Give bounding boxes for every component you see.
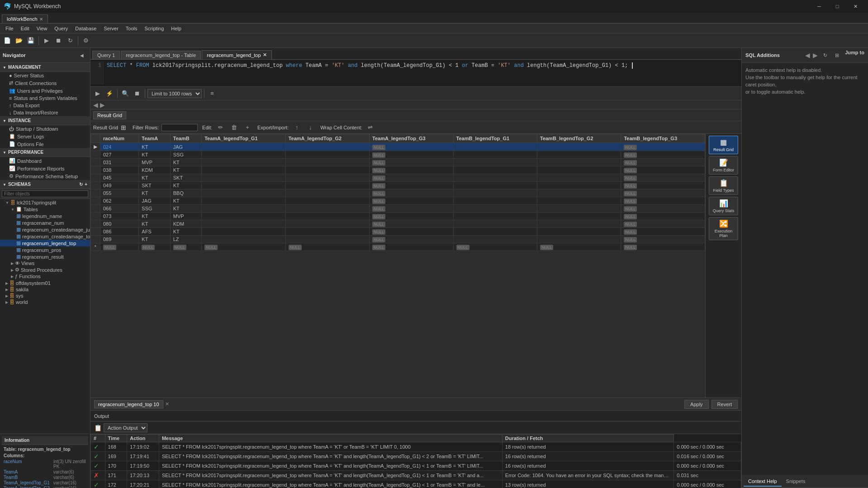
table-row[interactable]: ▶ 024 KT JAG NULL NULL xyxy=(91,143,705,151)
schema-lck2017-row[interactable]: 🗄 lck2017springsplit xyxy=(0,199,90,206)
table-row[interactable]: 045 KT SKT NULL NULL xyxy=(91,174,705,182)
result-grid-panel-btn[interactable]: ▦ Result Grid xyxy=(709,136,738,154)
menu-database[interactable]: Database xyxy=(71,25,100,32)
information-section-header[interactable]: Information xyxy=(2,436,88,445)
settings-button[interactable]: ⚙ xyxy=(81,35,91,46)
format-button[interactable]: ≡ xyxy=(207,88,218,99)
schema-filter-input[interactable] xyxy=(2,190,88,197)
table-row[interactable]: 049 SKT KT NULL NULL xyxy=(91,182,705,190)
sql-additions-refresh-button[interactable]: ↻ xyxy=(820,50,830,61)
menu-view[interactable]: View xyxy=(33,25,51,32)
table-row-createdamage-jug[interactable]: ▦ regracenum_createdamage_jug xyxy=(0,226,90,233)
schema-offdaysystem-row[interactable]: 🗄 offdaysystem01 xyxy=(0,280,90,286)
grid-toggle-icon[interactable]: ⊞ xyxy=(121,124,126,131)
schema-world-row[interactable]: 🗄 world xyxy=(0,299,90,305)
output-row[interactable]: ✓ 172 17:20:21 SELECT * FROM lck2017spri… xyxy=(91,480,741,488)
field-types-panel-btn[interactable]: 📋 Field Types xyxy=(709,176,738,195)
table-row-null[interactable]: * NULL NULL NULL NULL NULL NULL NULL NUL… xyxy=(91,243,705,251)
refresh-button[interactable]: ↻ xyxy=(65,35,76,46)
table-row[interactable]: 062 JAG KT NULL NULL xyxy=(91,197,705,205)
col-header-teamb-g3[interactable]: TeamB_legendTop_G3 xyxy=(621,134,705,143)
col-header-teamb-g1[interactable]: TeamB_legendTop_G1 xyxy=(453,134,537,143)
query-tab-1[interactable]: Query 1 xyxy=(92,51,120,59)
stop-button[interactable]: ⏹ xyxy=(53,35,64,46)
sql-additions-bookmark-button[interactable]: ⊞ xyxy=(831,50,842,61)
performance-section-header[interactable]: PERFORMANCE xyxy=(0,148,90,157)
run-button[interactable]: ▶ xyxy=(41,35,52,46)
maximize-button[interactable]: □ xyxy=(828,0,846,13)
query-tab-3-close-icon[interactable]: ✕ xyxy=(263,52,267,58)
query-tab-3[interactable]: regracenum_legend_top ✕ xyxy=(202,50,271,59)
edit-row-button[interactable]: ✏ xyxy=(215,122,226,133)
sidebar-item-options-file[interactable]: 📄 Options File xyxy=(0,140,90,148)
sidebar-item-dashboard[interactable]: 📊 Dashboard xyxy=(0,157,90,165)
table-row-createdamage-top[interactable]: ▦ regracenum_createdamage_top xyxy=(0,233,90,240)
sidebar-item-users-privileges[interactable]: 👥 Users and Privileges xyxy=(0,87,90,95)
schemas-section-header[interactable]: SCHEMAS ↻ + xyxy=(0,180,90,189)
wrap-button[interactable]: ⇌ xyxy=(365,122,376,133)
management-section-header[interactable]: MANAGEMENT xyxy=(0,63,90,72)
table-row[interactable]: 031 MVP KT NULL NULL xyxy=(91,159,705,166)
explain-button[interactable]: 🔍 xyxy=(120,88,131,99)
instance-section-header[interactable]: INSTANCE xyxy=(0,116,90,125)
table-row[interactable]: 027 KT SSG NULL NULL xyxy=(91,151,705,159)
workbench-tab-main[interactable]: lolWorkBench ✕ xyxy=(2,14,48,23)
context-help-tab[interactable]: Context Help xyxy=(744,477,782,487)
menu-tools[interactable]: Tools xyxy=(122,25,141,32)
tables-category-row[interactable]: 📋 Tables xyxy=(0,206,90,213)
action-output-select[interactable]: Action Output xyxy=(104,423,147,432)
table-row-legend-top[interactable]: ▦ regracenum_legend_top xyxy=(0,240,90,246)
sidebar-item-server-logs[interactable]: 📋 Server Logs xyxy=(0,133,90,140)
menu-scripting[interactable]: Scripting xyxy=(141,25,168,32)
nav-left-button[interactable]: ◀ xyxy=(92,101,99,109)
revert-button[interactable]: Revert xyxy=(711,400,738,409)
col-header-teama-g3[interactable]: TeamA_legendTop_G3 xyxy=(370,134,453,143)
snippets-tab[interactable]: Snippets xyxy=(782,477,810,487)
execute-current-button[interactable]: ⚡ xyxy=(104,88,115,99)
sidebar-item-status-variables[interactable]: ≡ Status and System Variables xyxy=(0,95,90,102)
query-text-area[interactable]: SELECT * FROM lck2017springsplit.regrace… xyxy=(104,62,741,85)
close-button[interactable]: ✕ xyxy=(846,0,864,13)
table-row[interactable]: 055 KT BBQ NULL NULL xyxy=(91,190,705,197)
sidebar-item-data-import[interactable]: ↓ Data Import/Restore xyxy=(0,109,90,116)
schema-refresh-icon[interactable]: ↻ xyxy=(79,182,83,187)
col-header-teamb[interactable]: TeamB xyxy=(170,134,201,143)
col-header-teama-g2[interactable]: TeamA_legendTop_G2 xyxy=(285,134,369,143)
output-row[interactable]: ✓ 169 17:19:41 SELECT * FROM lck2017spri… xyxy=(91,452,741,461)
functions-category-row[interactable]: ƒ Functions xyxy=(0,273,90,280)
stored-procs-category-row[interactable]: ⚙ Stored Procedures xyxy=(0,266,90,273)
col-header-teama-g1[interactable]: TeamA_legendTop_G1 xyxy=(202,134,285,143)
menu-file[interactable]: File xyxy=(2,25,17,32)
table-row[interactable]: 073 KT MVP NULL NULL xyxy=(91,213,705,220)
output-row[interactable]: ✓ 168 17:19:02 SELECT * FROM lck2017spri… xyxy=(91,442,741,452)
menu-server[interactable]: Server xyxy=(100,25,122,32)
query-stats-panel-btn[interactable]: 📊 Query Stats xyxy=(709,197,738,215)
schema-sakila-row[interactable]: 🗄 sakila xyxy=(0,286,90,293)
col-header-racenum[interactable]: raceNum xyxy=(100,134,139,143)
sidebar-item-startup-shutdown[interactable]: ⏻ Startup / Shutdown xyxy=(0,125,90,133)
views-category-row[interactable]: 👁 Views xyxy=(0,260,90,266)
table-row[interactable]: 086 AFS KT NULL NULL xyxy=(91,228,705,236)
output-row[interactable]: ✗ 171 17:20:13 SELECT * FROM lck2017spri… xyxy=(91,471,741,480)
output-tab-close-icon[interactable]: ✕ xyxy=(165,401,169,407)
col-header-teamb-g2[interactable]: TeamB_legendTop_G2 xyxy=(537,134,621,143)
sql-additions-forward-button[interactable]: ▶ xyxy=(812,50,819,61)
table-row[interactable]: 089 KT LZ NULL NULL xyxy=(91,236,705,243)
query-tab-2[interactable]: regracenum_legend_top - Table xyxy=(121,51,201,59)
minimize-button[interactable]: ─ xyxy=(810,0,828,13)
add-row-button[interactable]: + xyxy=(242,122,253,133)
tab-close-icon[interactable]: ✕ xyxy=(39,17,43,22)
table-row[interactable]: 066 SSG KT NULL NULL xyxy=(91,205,705,213)
apply-button[interactable]: Apply xyxy=(684,400,709,409)
table-row-regracename-num[interactable]: ▦ regracename_num xyxy=(0,219,90,226)
form-editor-panel-btn[interactable]: 📝 Form Editor xyxy=(709,156,738,175)
sql-additions-back-button[interactable]: ◀ xyxy=(804,50,811,61)
import-button[interactable]: ↓ xyxy=(305,122,316,133)
table-row-result[interactable]: ▦ regracenum_result xyxy=(0,253,90,260)
execute-button[interactable]: ▶ xyxy=(92,88,103,99)
table-row-pros[interactable]: ▦ regracenum_pros xyxy=(0,246,90,253)
result-tab-grid[interactable]: Result Grid xyxy=(93,111,126,119)
menu-help[interactable]: Help xyxy=(167,25,185,32)
sidebar-item-performance-schema-setup[interactable]: ⚙ Performance Schema Setup xyxy=(0,172,90,180)
new-query-button[interactable]: 📄 xyxy=(2,35,13,46)
